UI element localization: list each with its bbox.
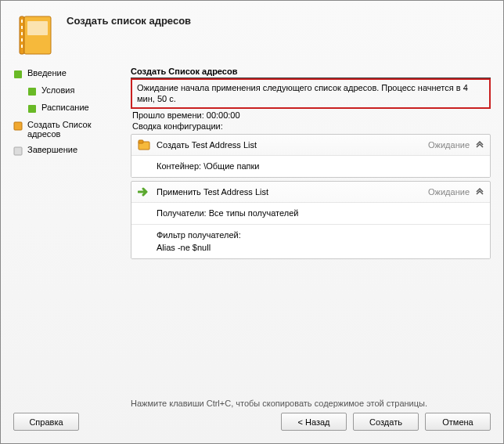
copy-hint: Нажмите клавиши Ctrl+C, чтобы скопироват… xyxy=(13,395,491,413)
elapsed-value: 00:00:00 xyxy=(207,110,240,120)
step-current-icon xyxy=(13,121,23,131)
elapsed-label: Прошло времени: xyxy=(132,110,204,120)
svg-rect-14 xyxy=(139,140,143,143)
step-done-icon xyxy=(27,87,37,96)
chevron-up-icon xyxy=(476,140,484,150)
wizard-title: Создать список адресов xyxy=(67,15,191,27)
step-schedule: Расписание xyxy=(27,103,123,114)
task-header-create[interactable]: Создать Test Address List Ожидание xyxy=(131,135,490,155)
filter-value: Alias -ne $null xyxy=(157,242,482,254)
svg-rect-7 xyxy=(27,21,48,35)
content-heading: Создать Список адресов xyxy=(131,67,491,78)
task-status: Ожидание xyxy=(428,140,470,150)
cancel-button[interactable]: Отмена xyxy=(425,413,491,431)
wizard-window: Создать список адресов Введение Условия … xyxy=(0,0,504,444)
step-label: Создать Список адресов xyxy=(27,120,123,139)
step-introduction: Введение xyxy=(13,68,123,79)
task-detail-recipients: Получатели: Все типы получателей xyxy=(131,202,490,224)
wizard-content: Создать Список адресов Ожидание начала п… xyxy=(131,67,491,395)
svg-rect-10 xyxy=(28,105,36,113)
step-completion: Завершение xyxy=(13,145,123,156)
step-create-list: Создать Список адресов xyxy=(13,120,123,139)
step-label: Расписание xyxy=(41,103,89,112)
svg-rect-1 xyxy=(21,20,23,23)
svg-rect-9 xyxy=(28,88,36,96)
task-detail-container: Контейнер: \Общие папки xyxy=(131,155,490,177)
wizard-body: Введение Условия Расписание Создать Спис… xyxy=(13,67,491,395)
summary-label: Сводка конфигурации: xyxy=(131,121,491,131)
arrow-right-icon xyxy=(138,186,150,198)
chevron-up-icon xyxy=(476,187,484,197)
wizard-steps-sidebar: Введение Условия Расписание Создать Спис… xyxy=(13,67,123,395)
address-book-icon xyxy=(13,13,57,57)
task-detail-filter: Фильтр получателей: Alias -ne $null xyxy=(131,224,490,258)
task-card-create: Создать Test Address List Ожидание Конте… xyxy=(131,134,491,178)
filter-label: Фильтр получателей: xyxy=(157,229,482,241)
task-title: Создать Test Address List xyxy=(157,140,422,150)
svg-rect-8 xyxy=(14,70,22,78)
task-header-apply[interactable]: Применить Test Address List Ожидание xyxy=(131,182,490,202)
back-button[interactable]: < Назад xyxy=(281,413,347,431)
step-label: Условия xyxy=(41,85,74,95)
svg-rect-2 xyxy=(21,26,23,29)
wait-notice: Ожидание начала применения следующего сп… xyxy=(131,78,491,109)
folder-icon xyxy=(138,139,150,151)
create-button[interactable]: Создать xyxy=(353,413,419,431)
elapsed-time: Прошло времени: 00:00:00 xyxy=(131,110,491,120)
svg-rect-11 xyxy=(14,122,22,130)
step-done-icon xyxy=(27,104,37,114)
svg-rect-3 xyxy=(21,32,23,35)
task-card-apply: Применить Test Address List Ожидание Пол… xyxy=(131,181,491,259)
step-conditions: Условия xyxy=(27,85,123,96)
svg-rect-4 xyxy=(21,38,23,42)
step-label: Введение xyxy=(27,68,67,78)
task-status: Ожидание xyxy=(428,187,470,197)
step-pending-icon xyxy=(13,146,23,156)
svg-rect-12 xyxy=(14,147,22,155)
step-label: Завершение xyxy=(27,145,77,154)
help-button[interactable]: Справка xyxy=(13,413,79,431)
wizard-footer: Нажмите клавиши Ctrl+C, чтобы скопироват… xyxy=(13,395,491,431)
svg-rect-5 xyxy=(21,45,23,48)
step-done-icon xyxy=(13,70,23,79)
task-title: Применить Test Address List xyxy=(157,187,422,197)
wizard-header: Создать список адресов xyxy=(13,13,491,57)
button-row: Справка < Назад Создать Отмена xyxy=(13,413,491,431)
